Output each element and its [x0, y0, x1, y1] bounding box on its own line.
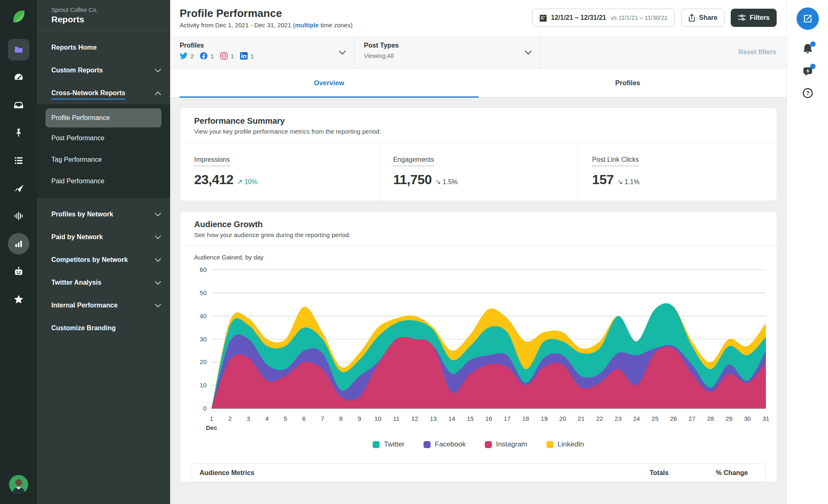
sidebar-item-label: Reports Home [51, 44, 96, 51]
sidebar-item-twitter-analysis[interactable]: Twitter Analysis [37, 271, 170, 294]
tab-overview[interactable]: Overview [180, 69, 479, 97]
publish-plane-icon[interactable] [8, 178, 29, 199]
star-icon[interactable] [8, 288, 29, 310]
list-icon[interactable] [8, 150, 29, 171]
x-tick-label: 3 [247, 415, 250, 422]
metric-value: 23,412 [194, 172, 233, 187]
filter-bar: Profiles 2111 Post Types Viewing All Res… [170, 36, 787, 69]
legend-item-facebook[interactable]: Facebook [424, 440, 466, 449]
inbox-icon[interactable] [8, 94, 29, 116]
post-types-filter[interactable]: Post Types Viewing All [354, 36, 540, 68]
pin-icon[interactable] [8, 122, 29, 144]
sidebar-item-post-performance[interactable]: Post Performance [37, 127, 170, 149]
filters-button[interactable]: Filters [731, 9, 777, 27]
chevron-up-icon [155, 89, 161, 97]
y-tick-label: 30 [200, 336, 207, 343]
sidebar-item-reports-home[interactable]: Reports Home [37, 36, 170, 59]
profiles-filter[interactable]: Profiles 2111 [170, 36, 354, 68]
metric-impressions[interactable]: Impressions23,412↗10% [180, 143, 379, 201]
date-range-value: 12/1/21 – 12/31/21 [551, 14, 606, 22]
y-tick-label: 60 [200, 266, 207, 273]
calendar-icon [539, 14, 547, 22]
listening-waveform-icon[interactable] [8, 205, 29, 227]
sidebar-item-competitors-by-network[interactable]: Competitors by Network [37, 248, 170, 271]
x-tick-label: 9 [358, 415, 361, 422]
chevron-down-icon [155, 67, 161, 74]
legend-item-instagram[interactable]: Instagram [485, 440, 527, 449]
performance-summary-subtitle: View your key profile performance metric… [194, 128, 763, 135]
compose-icon[interactable] [797, 7, 819, 30]
sidebar-item-paid-performance[interactable]: Paid Performance [37, 170, 170, 192]
utility-rail: ? [787, 0, 828, 504]
audience-growth-title: Audience Growth [194, 220, 763, 229]
performance-summary-title: Performance Summary [194, 116, 763, 126]
x-tick-label: 23 [615, 415, 622, 422]
dashboard-icon[interactable] [8, 67, 29, 88]
metric-change: ↘1.1% [617, 178, 640, 186]
legend-item-twitter[interactable]: Twitter [373, 440, 404, 449]
metric-post-link-clicks[interactable]: Post Link Clicks157↘1.1% [578, 143, 777, 201]
y-tick-label: 10 [200, 382, 207, 389]
sidebar-item-customize-branding[interactable]: Customize Branding [37, 317, 170, 339]
sidebar-item-profiles-by-network[interactable]: Profiles by Network [37, 203, 170, 226]
folder-icon[interactable] [8, 39, 29, 60]
twitter-icon [180, 53, 188, 59]
legend-item-linkedin[interactable]: LinkedIn [546, 440, 584, 449]
metric-change: ↗10% [237, 178, 258, 186]
x-tick-label: 24 [633, 415, 640, 422]
filters-sliders-icon [738, 14, 746, 22]
chevron-down-icon [339, 49, 346, 56]
x-tick-label: 19 [541, 415, 548, 422]
x-tick-label: 30 [744, 415, 751, 422]
metric-label: Impressions [194, 156, 230, 166]
legend-swatch [546, 441, 554, 448]
sidebar-item-internal-performance[interactable]: Internal Performance [37, 294, 170, 317]
org-name: Sprout Coffee Co. [51, 7, 170, 13]
multiple-timezones-link[interactable]: multiple [295, 22, 319, 29]
legend-label: Instagram [496, 440, 527, 449]
sidebar-item-profile-performance[interactable]: Profile Performance [46, 108, 161, 127]
tab-profiles[interactable]: Profiles [479, 69, 777, 97]
sidebar-header: Sprout Coffee Co. Reports [37, 0, 170, 31]
metric-value: 157 [592, 172, 614, 187]
legend-label: Facebook [435, 440, 466, 449]
main-content: Profile Performance Activity from Dec 1,… [170, 0, 787, 504]
twitter-profile-count: 2 [190, 53, 194, 60]
metric-value: 11,750 [393, 172, 432, 187]
x-tick-label: 10 [374, 415, 381, 422]
facebook-profile-count: 1 [210, 53, 214, 60]
x-tick-label: 4 [265, 415, 269, 422]
bot-icon[interactable] [8, 261, 29, 282]
reset-filters-button[interactable]: Reset filters [738, 48, 787, 56]
date-range-button[interactable]: 12/1/21 – 12/31/21 vs 11/1/21 – 11/30/21 [532, 9, 675, 27]
share-button[interactable]: Share [681, 9, 724, 27]
reports-bars-icon[interactable] [8, 233, 29, 254]
audience-metrics-table: Audience Metrics Totals % Change [191, 463, 766, 482]
legend-label: Twitter [384, 440, 404, 449]
x-tick-label: 17 [504, 415, 511, 422]
sidebar-item-label: Paid by Network [51, 233, 103, 241]
sidebar-item-tag-performance[interactable]: Tag Performance [37, 149, 170, 170]
sidebar-item-custom-reports[interactable]: Custom Reports [37, 59, 170, 82]
notifications-bell-icon[interactable] [802, 43, 814, 55]
page-title: Profile Performance [180, 7, 353, 20]
sidebar-item-label: Post Performance [51, 134, 104, 142]
x-tick-label: 18 [522, 415, 529, 422]
trend-up-arrow-icon: ↗ [237, 178, 243, 186]
legend-swatch [424, 441, 431, 448]
chevron-down-icon [155, 211, 161, 218]
user-avatar[interactable] [9, 475, 28, 494]
totals-column-header: Totals [650, 469, 716, 477]
whats-new-icon[interactable] [802, 65, 814, 77]
instagram-profile-count: 1 [231, 53, 234, 60]
post-types-filter-label: Post Types [364, 42, 532, 49]
metric-engagements[interactable]: Engagements11,750↘1.5% [379, 143, 578, 201]
help-icon[interactable]: ? [802, 88, 813, 98]
x-tick-label: 11 [393, 415, 400, 422]
sidebar-item-paid-by-network[interactable]: Paid by Network [37, 226, 170, 248]
chevron-down-icon [155, 302, 161, 309]
x-tick-label: 28 [707, 415, 714, 422]
page-header: Profile Performance Activity from Dec 1,… [170, 0, 787, 36]
sidebar-item-label: Profile Performance [51, 114, 110, 122]
sidebar-item-cross-network-reports[interactable]: Cross-Network Reports [37, 82, 170, 104]
